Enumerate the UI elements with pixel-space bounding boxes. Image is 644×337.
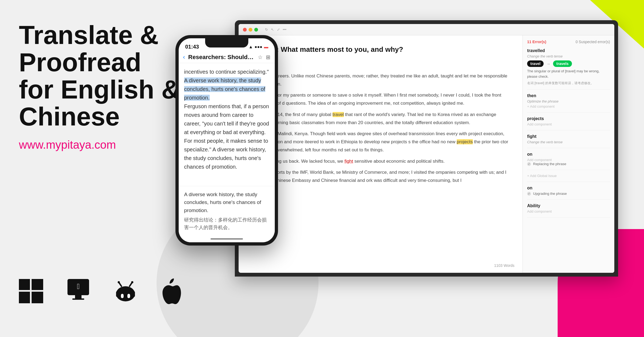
- word-count: 1103 Words: [494, 263, 514, 269]
- sidebar-add-global-issue[interactable]: + Add Global Issue: [527, 174, 610, 178]
- svg-text:: : [77, 282, 80, 291]
- sidebar-header: 11 Error(s) 0 Suspected error(s): [527, 40, 610, 44]
- essay-title: Essay A: What matters most to you, and w…: [249, 43, 512, 55]
- essay-para-7: ly reading reports by the IMF, World Ban…: [249, 168, 512, 185]
- battery-icon: ▬: [264, 45, 268, 49]
- sidebar-add-component-on1[interactable]: Add component: [527, 158, 610, 162]
- titlebar-maximize-dot[interactable]: [254, 28, 258, 32]
- sidebar-word-then: then: [527, 93, 610, 98]
- proofreading-sidebar: 11 Error(s) 0 Suspected error(s) travell…: [523, 35, 614, 273]
- sidebar-word-travelled: travelled: [527, 48, 610, 53]
- windows-icon: [19, 279, 43, 303]
- svg-rect-9: [116, 291, 119, 297]
- check-icon-2: ✓: [527, 192, 531, 196]
- sidebar-note-travel: The singular or plural of [travel] may b…: [527, 69, 610, 79]
- android-icon: [113, 279, 138, 303]
- svg-point-8: [116, 286, 135, 301]
- sidebar-add-component-then[interactable]: + Add component: [527, 104, 610, 108]
- sidebar-item-projects: projects Add component: [527, 116, 610, 130]
- phone-highlighted-text: A diverse work history, the study conclu…: [184, 77, 265, 101]
- menu-icon[interactable]: ⊞: [266, 54, 270, 60]
- essay-para-1: most to me.: [249, 61, 512, 69]
- essay-para-6: gs were holding us back. We lacked focus…: [249, 157, 512, 165]
- hero-content: Translate & Proofread for English & Chin…: [19, 22, 186, 151]
- essay-para-2: demanding careers. Unlike most Chinese p…: [249, 72, 512, 88]
- phone-home-indicator: [211, 238, 243, 240]
- laptop-screen: ↻ ↖ ⤢ ••• Essay A: What matters most to …: [239, 24, 614, 273]
- sidebar-add-component-ability[interactable]: Add component: [527, 209, 610, 213]
- phone-nav-bar: ‹ Researchers: Should Y... ☆ ⊞: [179, 52, 275, 63]
- svg-rect-5: [75, 295, 82, 298]
- phone-time: 01:43: [185, 44, 199, 50]
- svg-rect-3: [32, 292, 43, 303]
- essay-text-body: most to me. demanding careers. Unlike mo…: [249, 61, 512, 185]
- check-icon-1: ✓: [527, 162, 531, 166]
- suggestion-travel-corrected: travels: [553, 60, 572, 67]
- suggestion-travel-original: travel: [527, 60, 544, 67]
- svg-rect-10: [132, 291, 135, 297]
- sidebar-item-ability: Ability Add component: [527, 203, 610, 217]
- svg-rect-11: [121, 294, 124, 298]
- titlebar-dots: [243, 28, 258, 32]
- wifi-icon: ▲: [249, 45, 253, 49]
- phone-mockup: 01:43 ▲ ●●● ▬ ‹ Researchers: Should Y...…: [175, 35, 278, 246]
- phone-article-text-1: incentives to continue specializing.": [184, 67, 269, 76]
- sidebar-word-fight: fight: [527, 134, 610, 139]
- titlebar-close-dot[interactable]: [243, 28, 247, 32]
- mac-desktop-icon: : [65, 278, 92, 305]
- sidebar-note-travel-cn: 名词 [travel] 的单复数可能有误，请考虑修改。: [527, 81, 610, 86]
- main-title: Translate & Proofread for English & Chin…: [19, 22, 186, 130]
- svg-rect-6: [72, 298, 84, 300]
- error-count: 11 Error(s): [527, 40, 546, 44]
- apple-icon: [159, 278, 182, 304]
- sidebar-suggestion-travel: travel → travels: [527, 60, 610, 67]
- sidebar-action-then: Optimize the phrase: [527, 99, 610, 103]
- sidebar-action-travelled: Change the verb tense: [527, 54, 610, 58]
- svg-rect-2: [19, 292, 30, 303]
- platform-icons-row: : [19, 278, 182, 305]
- svg-point-15: [118, 281, 120, 283]
- bookmark-icon[interactable]: ☆: [258, 54, 263, 60]
- sidebar-item-global: + Add Global Issue: [527, 174, 610, 182]
- phone-nav-title: Researchers: Should Y...: [188, 54, 255, 61]
- sidebar-item-fight: fight Change the verb tense: [527, 134, 610, 148]
- essay-para-4: g when I was 14, the first of many globa…: [249, 111, 512, 127]
- sidebar-action-fight: Change the verb tense: [527, 140, 610, 144]
- sidebar-word-projects: projects: [527, 116, 610, 121]
- svg-point-16: [131, 281, 133, 283]
- phone-frame: 01:43 ▲ ●●● ▬ ‹ Researchers: Should Y...…: [175, 35, 278, 246]
- phone-article-content: incentives to continue specializing." A …: [179, 63, 275, 175]
- phone-screen: 01:43 ▲ ●●● ▬ ‹ Researchers: Should Y...…: [179, 38, 275, 242]
- desktop-mockup: ↻ ↖ ⤢ ••• Essay A: What matters most to …: [235, 20, 618, 277]
- sidebar-add-component-projects[interactable]: Add component: [527, 122, 610, 126]
- sidebar-word-on-1: on: [527, 152, 610, 157]
- phone-translation-english: A diverse work history, the study conclu…: [184, 190, 269, 214]
- essay-para-5: or CAMCE in Malindi, Kenya. Though field…: [249, 130, 512, 154]
- laptop-titlebar: ↻ ↖ ⤢ •••: [239, 24, 614, 35]
- phone-article-highlighted: A diverse work history, the study conclu…: [184, 76, 269, 102]
- svg-rect-0: [19, 279, 30, 290]
- sidebar-label-upgrading: ✓ Upgrading the phrase: [527, 192, 610, 196]
- fight-highlight: fight: [344, 159, 353, 164]
- website-url[interactable]: www.mypitaya.com: [19, 138, 186, 151]
- essay-area: Essay A: What matters most to you, and w…: [239, 35, 523, 273]
- back-icon[interactable]: ‹: [183, 54, 185, 61]
- phone-status-icons: ▲ ●●● ▬: [249, 45, 268, 49]
- projects-highlight: projects: [457, 139, 473, 144]
- svg-rect-12: [127, 294, 130, 298]
- travel-highlight: travel: [333, 112, 344, 117]
- signal-icon: ●●●: [255, 45, 262, 49]
- laptop-content-area: Essay A: What matters most to you, and w…: [239, 35, 614, 273]
- phone-article-text-2: Ferguson mentions that, if a person move…: [184, 102, 269, 171]
- sidebar-item-on-1: on Add component ✓ Replacing the phrase: [527, 152, 610, 170]
- phone-translation-chinese: 研究得出结论：多样化的工作经历会损害一个人的晋升机会。: [184, 216, 269, 232]
- essay-para-3: ad of waiting for my parents or someone …: [249, 91, 512, 107]
- phone-notch: [205, 38, 248, 47]
- sidebar-word-on-2: on: [527, 186, 610, 190]
- sidebar-item-travelled: travelled Change the verb tense travel →…: [527, 48, 610, 90]
- titlebar-minimize-dot[interactable]: [249, 28, 252, 32]
- sidebar-item-then: then Optimize the phrase + Add component: [527, 93, 610, 113]
- suspected-count: 0 Suspected error(s): [575, 40, 610, 44]
- suggestion-arrow: →: [546, 62, 550, 66]
- laptop-frame: ↻ ↖ ⤢ ••• Essay A: What matters most to …: [235, 20, 618, 277]
